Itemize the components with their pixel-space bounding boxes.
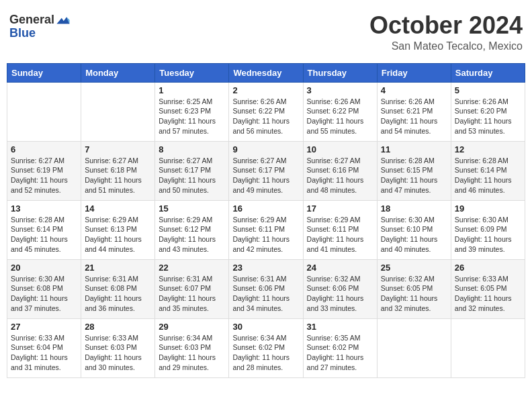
sunrise-time: Sunrise: 6:34 AM: [159, 334, 212, 342]
day-number: 17: [307, 203, 373, 214]
sunrise-time: Sunrise: 6:28 AM: [455, 156, 508, 165]
day-info: Sunrise: 6:31 AM Sunset: 6:08 PM Dayligh…: [85, 274, 151, 314]
day-number: 27: [11, 322, 77, 332]
day-info: Sunrise: 6:33 AM Sunset: 6:04 PM Dayligh…: [11, 333, 77, 373]
daylight-hours: Daylight: 11 hours and 31 minutes.: [11, 353, 68, 371]
sunrise-time: Sunrise: 6:26 AM: [307, 97, 361, 105]
calendar-cell: 25 Sunrise: 6:32 AM Sunset: 6:05 PM Dayl…: [377, 259, 451, 318]
calendar-cell: 22 Sunrise: 6:31 AM Sunset: 6:07 PM Dayl…: [155, 259, 229, 318]
daylight-hours: Daylight: 11 hours and 43 minutes.: [159, 235, 216, 253]
day-number: 7: [85, 144, 151, 154]
day-info: Sunrise: 6:27 AM Sunset: 6:19 PM Dayligh…: [11, 156, 77, 195]
day-info: Sunrise: 6:28 AM Sunset: 6:15 PM Dayligh…: [381, 156, 447, 195]
sunrise-time: Sunrise: 6:27 AM: [11, 156, 64, 165]
calendar-cell: 7 Sunrise: 6:27 AM Sunset: 6:18 PM Dayli…: [81, 141, 155, 200]
sunrise-time: Sunrise: 6:30 AM: [381, 216, 435, 224]
day-info: Sunrise: 6:27 AM Sunset: 6:17 PM Dayligh…: [232, 156, 299, 195]
daylight-hours: Daylight: 11 hours and 51 minutes.: [85, 176, 142, 194]
daylight-hours: Daylight: 11 hours and 49 minutes.: [232, 176, 290, 194]
sunrise-time: Sunrise: 6:31 AM: [159, 275, 212, 283]
sunset-time: Sunset: 6:16 PM: [307, 166, 359, 174]
calendar-week-5: 27 Sunrise: 6:33 AM Sunset: 6:04 PM Dayl…: [7, 318, 525, 377]
day-number: 1: [159, 85, 225, 95]
day-number: 19: [455, 203, 521, 214]
day-number: 24: [307, 263, 373, 273]
sunset-time: Sunset: 6:17 PM: [232, 166, 285, 174]
sunset-time: Sunset: 6:10 PM: [381, 225, 433, 233]
header-friday: Friday: [377, 63, 451, 82]
day-info: Sunrise: 6:27 AM Sunset: 6:18 PM Dayligh…: [85, 156, 151, 195]
sunrise-time: Sunrise: 6:27 AM: [85, 156, 138, 165]
sunrise-time: Sunrise: 6:29 AM: [307, 216, 361, 224]
sunset-time: Sunset: 6:11 PM: [307, 225, 359, 233]
day-info: Sunrise: 6:34 AM Sunset: 6:02 PM Dayligh…: [232, 333, 299, 373]
sunrise-time: Sunrise: 6:33 AM: [85, 334, 138, 342]
daylight-hours: Daylight: 11 hours and 42 minutes.: [232, 235, 290, 253]
daylight-hours: Daylight: 11 hours and 37 minutes.: [11, 294, 68, 312]
sunset-time: Sunset: 6:22 PM: [232, 107, 285, 115]
header-wednesday: Wednesday: [229, 63, 303, 82]
weekday-header-row: Sunday Monday Tuesday Wednesday Thursday…: [7, 63, 525, 82]
sunset-time: Sunset: 6:20 PM: [455, 107, 507, 115]
daylight-hours: Daylight: 11 hours and 32 minutes.: [455, 294, 512, 312]
sunset-time: Sunset: 6:05 PM: [381, 284, 433, 292]
logo-icon: [56, 12, 71, 27]
day-number: 29: [159, 322, 225, 332]
sunset-time: Sunset: 6:18 PM: [85, 166, 137, 174]
day-info: Sunrise: 6:26 AM Sunset: 6:20 PM Dayligh…: [455, 97, 521, 136]
day-number: 22: [159, 263, 225, 273]
day-info: Sunrise: 6:26 AM Sunset: 6:22 PM Dayligh…: [307, 97, 373, 136]
daylight-hours: Daylight: 11 hours and 52 minutes.: [11, 176, 68, 194]
calendar-cell: 30 Sunrise: 6:34 AM Sunset: 6:02 PM Dayl…: [229, 318, 303, 377]
calendar-cell: 18 Sunrise: 6:30 AM Sunset: 6:10 PM Dayl…: [377, 200, 451, 259]
sunset-time: Sunset: 6:02 PM: [232, 343, 285, 351]
day-info: Sunrise: 6:29 AM Sunset: 6:13 PM Dayligh…: [85, 215, 151, 255]
sunrise-time: Sunrise: 6:31 AM: [85, 275, 138, 283]
sunrise-time: Sunrise: 6:30 AM: [11, 275, 64, 283]
calendar-cell: 31 Sunrise: 6:35 AM Sunset: 6:02 PM Dayl…: [303, 318, 377, 377]
sunrise-time: Sunrise: 6:29 AM: [85, 216, 138, 224]
logo-text-blue: Blue: [9, 26, 36, 40]
logo: General Blue: [9, 12, 71, 40]
sunset-time: Sunset: 6:08 PM: [85, 284, 137, 292]
calendar-cell: 28 Sunrise: 6:33 AM Sunset: 6:03 PM Dayl…: [81, 318, 155, 377]
day-number: 4: [381, 85, 447, 95]
calendar-cell: 2 Sunrise: 6:26 AM Sunset: 6:22 PM Dayli…: [229, 82, 303, 141]
day-number: 12: [455, 144, 521, 154]
sunset-time: Sunset: 6:07 PM: [159, 284, 211, 292]
daylight-hours: Daylight: 11 hours and 39 minutes.: [455, 235, 512, 253]
calendar-cell: [377, 318, 451, 377]
calendar-week-4: 20 Sunrise: 6:30 AM Sunset: 6:08 PM Dayl…: [7, 259, 525, 318]
day-info: Sunrise: 6:30 AM Sunset: 6:08 PM Dayligh…: [11, 274, 77, 314]
day-number: 23: [232, 263, 299, 273]
location-subtitle: San Mateo Tecalco, Mexico: [369, 40, 523, 52]
daylight-hours: Daylight: 11 hours and 54 minutes.: [381, 117, 438, 135]
calendar-cell: [451, 318, 525, 377]
day-number: 18: [381, 203, 447, 214]
calendar-cell: 27 Sunrise: 6:33 AM Sunset: 6:04 PM Dayl…: [7, 318, 81, 377]
sunrise-time: Sunrise: 6:26 AM: [381, 97, 435, 105]
sunrise-time: Sunrise: 6:29 AM: [159, 216, 212, 224]
day-info: Sunrise: 6:35 AM Sunset: 6:02 PM Dayligh…: [307, 333, 373, 373]
daylight-hours: Daylight: 11 hours and 33 minutes.: [307, 294, 364, 312]
day-number: 2: [232, 85, 299, 95]
sunrise-time: Sunrise: 6:33 AM: [455, 275, 508, 283]
day-info: Sunrise: 6:27 AM Sunset: 6:17 PM Dayligh…: [159, 156, 225, 195]
day-number: 8: [159, 144, 225, 154]
calendar-cell: 6 Sunrise: 6:27 AM Sunset: 6:19 PM Dayli…: [7, 141, 81, 200]
day-info: Sunrise: 6:30 AM Sunset: 6:09 PM Dayligh…: [455, 215, 521, 255]
day-info: Sunrise: 6:32 AM Sunset: 6:06 PM Dayligh…: [307, 274, 373, 314]
day-number: 13: [11, 203, 77, 214]
calendar-cell: 29 Sunrise: 6:34 AM Sunset: 6:03 PM Dayl…: [155, 318, 229, 377]
daylight-hours: Daylight: 11 hours and 50 minutes.: [159, 176, 216, 194]
daylight-hours: Daylight: 11 hours and 35 minutes.: [159, 294, 216, 312]
header-monday: Monday: [81, 63, 155, 82]
calendar-table: Sunday Monday Tuesday Wednesday Thursday…: [7, 63, 525, 378]
day-info: Sunrise: 6:33 AM Sunset: 6:05 PM Dayligh…: [455, 274, 521, 314]
daylight-hours: Daylight: 11 hours and 47 minutes.: [381, 176, 438, 194]
sunrise-time: Sunrise: 6:32 AM: [307, 275, 361, 283]
calendar-week-1: 1 Sunrise: 6:25 AM Sunset: 6:23 PM Dayli…: [7, 82, 525, 141]
day-info: Sunrise: 6:29 AM Sunset: 6:12 PM Dayligh…: [159, 215, 225, 255]
header: General Blue October 2024 San Mateo Teca…: [7, 7, 525, 58]
day-number: 16: [232, 203, 299, 214]
